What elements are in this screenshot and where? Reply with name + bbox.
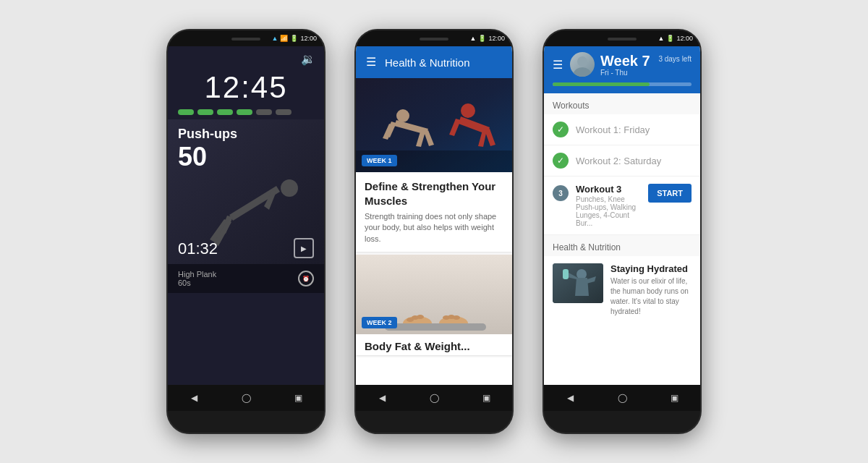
days-left: 3 days left — [658, 55, 692, 63]
article-card-1[interactable]: WEEK 1 Define & Strengthen Your Muscles … — [356, 78, 512, 252]
article-card-2[interactable]: WEEK 2 Body Fat & Weight... — [356, 255, 512, 355]
phone3-content: Workouts ✓ Workout 1: Friday ✓ Workout 2… — [544, 93, 700, 411]
week-badge-2: WEEK 2 — [362, 317, 397, 328]
nutrition-thumbnail — [553, 263, 603, 303]
workout-item-2[interactable]: ✓ Workout 2: Saturday — [544, 145, 700, 177]
workout-exercises-3: Punches, Knee Push-ups, Walking Lunges, … — [576, 195, 641, 227]
phone3-header: ☰ Week 7 Fri - Thu 3 days left — [544, 46, 700, 93]
svg-point-8 — [396, 109, 409, 122]
exercise-name: Push-ups — [178, 127, 237, 142]
workout-name-3: Workout 3 — [576, 184, 641, 195]
check-done-1: ✓ — [553, 122, 569, 137]
recent-button-2[interactable]: ▣ — [480, 391, 493, 404]
phone-2: ▲ 🔋 12:00 ☰ Health & Nutrition — [354, 29, 514, 434]
article-headline-1: Define & Strengthen Your Muscles — [365, 179, 503, 208]
phone-3: ▲ 🔋 12:00 ☰ — [542, 29, 702, 434]
status-bar-3: ▲ 🔋 12:00 — [544, 30, 700, 46]
nutrition-title: Staying Hydrated — [610, 263, 692, 274]
workout-name-1: Workout 1: Friday — [576, 124, 692, 135]
progress-dots — [168, 109, 324, 115]
week-progress-bar — [553, 82, 692, 86]
svg-point-14 — [461, 103, 475, 118]
workout-item-1[interactable]: ✓ Workout 1: Friday — [544, 114, 700, 145]
article-excerpt-1: Strength training does not only shape yo… — [365, 211, 503, 245]
dot-3 — [217, 109, 233, 115]
start-button[interactable]: START — [648, 184, 692, 203]
play-button[interactable]: ▶ — [294, 238, 314, 258]
nav-bar-1: ◀ ◯ ▣ — [168, 385, 324, 411]
article-image-2: WEEK 2 — [356, 255, 512, 334]
dot-4 — [237, 109, 252, 115]
week-title: Week 7 Fri - Thu — [600, 53, 658, 77]
battery-icon: 🔋 — [290, 35, 298, 42]
phone1-screen: 🔉 12:45 — [168, 46, 324, 411]
health-section-label: Health & Nutrition — [544, 235, 700, 256]
svg-marker-34 — [575, 278, 589, 296]
check-done-2: ✓ — [553, 153, 569, 169]
battery-icon-2: 🔋 — [478, 35, 486, 42]
status-time-3: 12:00 — [676, 35, 693, 42]
week-number: Week 7 — [600, 53, 658, 69]
phone2-content: WEEK 1 Define & Strengthen Your Muscles … — [356, 78, 512, 411]
status-time-2: 12:00 — [488, 35, 505, 42]
nutrition-excerpt: Water is our elixir of life, the human b… — [610, 276, 692, 317]
home-button-3[interactable]: ◯ — [616, 391, 629, 404]
back-button-3[interactable]: ◀ — [563, 391, 576, 404]
wifi-icon-3: ▲ — [658, 35, 665, 42]
svg-point-26 — [417, 315, 424, 319]
week-progress-fill — [553, 82, 650, 86]
svg-rect-23 — [385, 323, 486, 331]
battery-icon-3: 🔋 — [666, 35, 674, 42]
phone3-screen: ☰ Week 7 Fri - Thu 3 days left — [544, 46, 700, 411]
menu-icon-2[interactable]: ☰ — [366, 56, 376, 68]
week-date: Fri - Thu — [600, 69, 658, 77]
svg-point-31 — [574, 67, 591, 77]
nutrition-card[interactable]: Staying Hydrated Water is our elixir of … — [544, 256, 700, 324]
recent-button-1[interactable]: ▣ — [292, 391, 305, 404]
home-button-2[interactable]: ◯ — [427, 391, 441, 404]
back-button-2[interactable]: ◀ — [375, 391, 388, 404]
workout-name-2: Workout 2: Saturday — [576, 156, 692, 166]
menu-icon-3[interactable]: ☰ — [553, 58, 563, 72]
back-button-1[interactable]: ◀ — [187, 391, 200, 404]
timer-icon[interactable]: ⏰ — [298, 271, 314, 286]
status-bar-1: ▲ 📶 🔋 12:00 — [168, 30, 324, 46]
phone1-bottom: High Plank 60s ⏰ — [168, 264, 324, 293]
dot-1 — [178, 109, 194, 115]
workout-info-3: Workout 3 Punches, Knee Push-ups, Walkin… — [576, 184, 641, 227]
status-time-1: 12:00 — [300, 35, 317, 42]
nutrition-text: Staying Hydrated Water is our elixir of … — [610, 263, 692, 317]
phone1-top: 🔉 — [168, 46, 324, 69]
app-header-2: ☰ Health & Nutrition — [356, 46, 512, 78]
wifi-icon: 📶 — [280, 35, 288, 42]
wifi-icon-2: ▲ — [470, 35, 477, 42]
svg-point-1 — [281, 179, 298, 197]
nav-bar-3: ◀ ◯ ▣ — [544, 385, 700, 411]
exercise-overlay: Push-ups 50 — [168, 119, 247, 179]
article-text-1: Define & Strengthen Your Muscles Strengt… — [356, 172, 512, 252]
home-button-1[interactable]: ◯ — [239, 391, 252, 404]
phone-1: ▲ 📶 🔋 12:00 🔉 12:45 — [166, 29, 326, 434]
dot-6 — [276, 109, 292, 115]
svg-rect-37 — [563, 269, 569, 279]
exercise-count: 50 — [178, 142, 237, 172]
article-image-1: WEEK 1 — [356, 78, 512, 172]
workout-info-2: Workout 2: Saturday — [576, 156, 692, 166]
recent-button-3[interactable]: ▣ — [668, 391, 681, 404]
dot-2 — [197, 109, 213, 115]
bluetooth-status-icon: 🔉 — [301, 52, 315, 66]
workout-item-3[interactable]: 3 Workout 3 Punches, Knee Push-ups, Walk… — [544, 177, 700, 235]
clock-display: 12:45 — [168, 70, 324, 105]
svg-point-29 — [453, 315, 460, 320]
article-partial-title-2: Body Fat & Weight... — [356, 334, 512, 355]
status-bar-2: ▲ 🔋 12:00 — [356, 30, 512, 46]
phone2-screen: ☰ Health & Nutrition — [356, 46, 512, 411]
workouts-section-label: Workouts — [544, 93, 700, 114]
app-title-2: Health & Nutrition — [385, 56, 470, 69]
next-exercise-duration: 60s — [178, 279, 216, 287]
nav-bar-2: ◀ ◯ ▣ — [356, 385, 512, 411]
bluetooth-icon: ▲ — [272, 35, 278, 42]
workout-info-1: Workout 1: Friday — [576, 124, 692, 135]
timer-display: 01:32 — [178, 239, 218, 258]
next-exercise-name: High Plank — [178, 270, 216, 279]
